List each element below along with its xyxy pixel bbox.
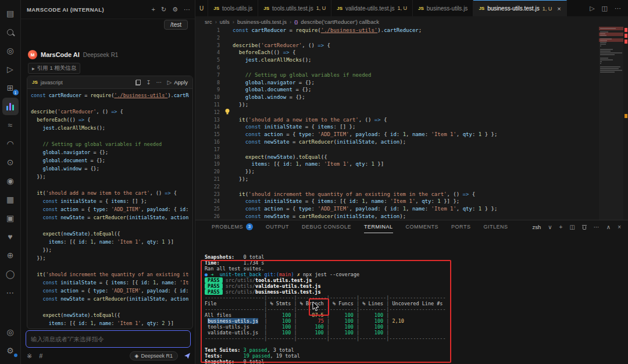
panel-tab-gitlens[interactable]: GITLENS	[483, 220, 508, 233]
minimap-line	[600, 51, 611, 52]
panel-actions: zsh ∨+◫⋯∧×	[532, 224, 628, 230]
activity-item-comments[interactable]: ◠	[2, 135, 19, 152]
apply-button[interactable]: ▷Apply	[167, 79, 188, 85]
split-editor-icon[interactable]: ◫	[602, 5, 608, 12]
editor[interactable]: 1const cartReducer = require('./business…	[195, 27, 628, 220]
assistant-model-label: Deepseek R1	[83, 52, 119, 58]
breadcrumb-symbol-label[interactable]: describe('cartReducer') callback	[301, 19, 379, 25]
favorites-icon: ♥	[8, 232, 12, 241]
chat-history-button[interactable]: ↻	[161, 6, 166, 13]
line-number: 18	[195, 154, 228, 161]
activity-item-marscode-ai[interactable]	[2, 98, 19, 115]
breadcrumb: src›utils›business-utils.test.js›{}descr…	[195, 16, 628, 27]
activity-item-run-debug[interactable]: ▷	[2, 60, 19, 78]
chat-new-chat-button[interactable]: +	[151, 6, 155, 13]
terminal-line: File | % Stmts | % Branch | % Funcs | % …	[205, 301, 628, 306]
activity-item-settings-gear[interactable]: ⚙	[2, 342, 19, 359]
tab-tools-utils-test-js[interactable]: JStools.utils.test.js1, U	[258, 0, 331, 16]
tab-business-utils-test-js[interactable]: JSbusiness-utils.test.js1, U×	[473, 0, 566, 16]
maximize-panel-icon: ∧	[606, 224, 611, 230]
editor-lines: 1const cartReducer = require('./business…	[195, 27, 628, 220]
tab-label: tools-utils.js	[222, 5, 252, 12]
tab-business-utils-js[interactable]: JSbusiness-utils.js	[413, 0, 473, 16]
line-number: 22	[195, 183, 228, 191]
tab-close-icon[interactable]: ×	[557, 5, 561, 12]
chat-input[interactable]	[26, 330, 191, 348]
activity-item-account[interactable]: ◎	[2, 323, 19, 341]
insert-code-icon: ↧	[146, 79, 151, 85]
tab-validate-utils-test-js[interactable]: JSvalidate-utils.test.js1, U	[331, 0, 413, 16]
breadcrumb-item[interactable]: src	[205, 19, 212, 25]
terminal-output: Snapshots: 0 totalTime: 1.734 sRan all t…	[205, 254, 628, 364]
code-line: 24 const initialState = { items: [{ id: …	[195, 198, 628, 205]
kill-terminal-icon[interactable]	[582, 224, 587, 230]
activity-item-extensions[interactable]: ⊞1	[2, 79, 19, 97]
minimap-line	[600, 42, 606, 43]
line-number: 21	[195, 176, 228, 183]
new-terminal-icon[interactable]: +	[559, 224, 563, 230]
code-action-lightbulb-icon[interactable]	[224, 108, 230, 116]
activity-item-more[interactable]: ⋯	[2, 284, 19, 301]
run-file-icon[interactable]: ▷	[590, 5, 594, 12]
insert-code-button[interactable]: ↧	[146, 79, 151, 85]
activity-item-profile[interactable]: ◯	[2, 265, 19, 283]
tab-label: tools.utils.test.js	[272, 5, 313, 12]
code-line: 9 global.document = {};	[195, 86, 628, 94]
panel-tab-problems[interactable]: PROBLEMS3	[212, 220, 253, 233]
tab-tools-utils-js[interactable]: JStools-utils.js	[208, 0, 258, 16]
activity-item-package[interactable]: ▣	[2, 209, 19, 227]
activity-item-analytics[interactable]: ≈	[2, 116, 19, 134]
shell-select-caret-icon[interactable]: ∨	[548, 224, 552, 230]
minimap-line	[600, 54, 615, 55]
maximize-panel-icon[interactable]: ∧	[606, 224, 611, 230]
chat-more-button[interactable]: ⋯	[184, 6, 190, 13]
line-number: 11	[195, 101, 228, 109]
code-line: 1const cartReducer = require('./business…	[195, 27, 628, 34]
copy-code-button[interactable]	[135, 80, 141, 85]
account-icon: ◎	[6, 327, 13, 337]
chat-code-line: const newState = cartReducer(initialStat…	[31, 295, 189, 303]
activity-item-search[interactable]	[2, 23, 19, 41]
panel-tab-terminal[interactable]: TERMINAL	[364, 220, 393, 233]
code-line: 8 global.navigator = {};	[195, 79, 628, 87]
terminal[interactable]: Snapshots: 0 totalTime: 1.734 sRan all t…	[195, 233, 628, 364]
chat-settings-button[interactable]: ⚙	[172, 6, 178, 13]
activity-item-ai-assistant[interactable]: ◎	[2, 42, 19, 59]
terminal-line: --------------------|---------|---------…	[205, 336, 628, 341]
panel-header: PROBLEMS3OUTPUTDEBUG CONSOLETERMINALCOMM…	[195, 220, 628, 233]
activity-item-explorer[interactable]: ▤	[2, 5, 19, 22]
line-number: 20	[195, 168, 228, 176]
activity-item-remote[interactable]: ⊕	[2, 247, 19, 264]
js-file-icon: JS	[213, 6, 219, 11]
breadcrumb-item[interactable]: utils	[220, 19, 230, 25]
more-icon: ⋯	[6, 288, 15, 297]
model-selector[interactable]: ◈ Deepseek R1	[130, 351, 178, 361]
shell-selector[interactable]: zsh	[532, 224, 541, 230]
context-hash-button[interactable]: #	[39, 352, 42, 359]
commands-button[interactable]: ※	[27, 352, 32, 360]
minimap-line	[600, 70, 622, 71]
activity-bar-bottom: ◎⚙	[2, 323, 19, 364]
send-button[interactable]	[184, 352, 191, 359]
more-actions-icon[interactable]: ⋯	[615, 5, 621, 12]
panel-tab-label: GITLENS	[483, 220, 508, 233]
panel-tab-comments[interactable]: COMMENTS	[406, 220, 439, 233]
panel-tab-debug-console[interactable]: DEBUG CONSOLE	[302, 220, 351, 233]
activity-item-run-tests[interactable]: ⊙	[2, 154, 19, 171]
reference-toggle[interactable]: ▸ 引用 1 相关信息	[28, 63, 80, 74]
chat-sidebar: MARSCODE AI (INTERNAL) +↻⚙⋯ /test M Mars…	[21, 0, 195, 364]
more-button[interactable]: ⋯	[156, 79, 162, 85]
panel-tab-ports[interactable]: PORTS	[451, 220, 470, 233]
breadcrumb-item[interactable]: business-utils.test.js	[237, 19, 287, 25]
chat-code-line: const cartReducer = require('./business-…	[31, 91, 189, 99]
panel-tab-output[interactable]: OUTPUT	[266, 220, 289, 233]
remote-icon: ⊕	[7, 251, 14, 260]
more-actions-icon[interactable]: ⋯	[594, 224, 600, 230]
activity-item-record[interactable]: ◉	[2, 172, 19, 190]
minimap[interactable]	[599, 27, 623, 220]
tab-u[interactable]: U	[195, 0, 208, 16]
split-terminal-icon[interactable]: ◫	[569, 224, 575, 230]
close-panel-icon[interactable]: ×	[618, 224, 621, 230]
activity-item-apps-grid[interactable]: ▦	[2, 191, 19, 208]
activity-item-favorites[interactable]: ♥	[2, 228, 19, 245]
